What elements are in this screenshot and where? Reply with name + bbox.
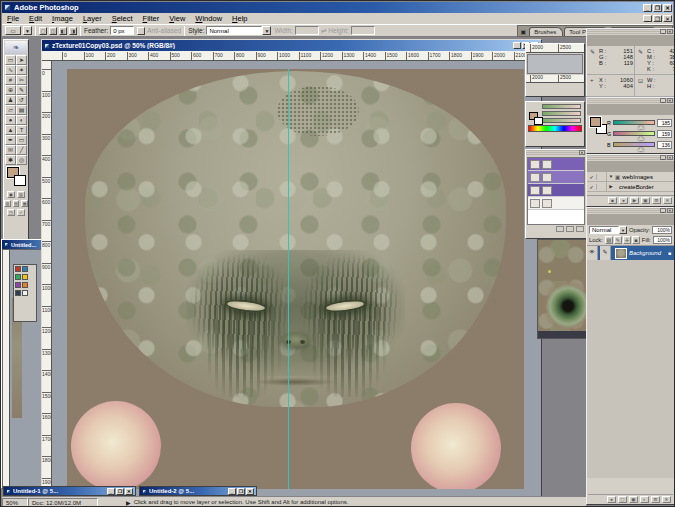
- narrow-canvas[interactable]: [10, 250, 43, 487]
- toolbox-button[interactable]: ✓: [17, 209, 25, 216]
- style-select[interactable]: Normal: [206, 26, 262, 35]
- color-swatch[interactable]: [22, 282, 28, 288]
- app-titlebar[interactable]: Adobe Photoshop _❐✕: [2, 2, 673, 13]
- width-input[interactable]: [295, 26, 319, 35]
- blend-mode-arrow-icon[interactable]: ▼: [619, 226, 627, 234]
- lock-toggle-3[interactable]: ■: [632, 236, 640, 244]
- gradient-tool[interactable]: ▤: [16, 105, 27, 115]
- document-window[interactable]: zTexture01Copy03.psd @ 50% (RGB/8#) _❐✕ …: [41, 39, 542, 496]
- mini-background-swatch[interactable]: [534, 117, 543, 125]
- actions-button-3[interactable]: ▣: [641, 197, 650, 204]
- mini-slider[interactable]: [542, 104, 581, 109]
- palette-button[interactable]: [576, 226, 584, 232]
- menu-layer[interactable]: Layer: [78, 14, 107, 23]
- mini-slider[interactable]: [542, 118, 581, 123]
- menu-select[interactable]: Select: [107, 14, 138, 23]
- action-row-webImages[interactable]: ✓▼▣webImages: [587, 172, 674, 182]
- selection-mode-3[interactable]: ◨: [69, 27, 77, 35]
- action-checkbox[interactable]: ✓: [587, 174, 597, 180]
- doc-control-0[interactable]: _: [513, 42, 521, 49]
- lock-toggle-0[interactable]: ▨: [605, 236, 613, 244]
- action-checkbox[interactable]: ✓: [587, 184, 597, 190]
- slider-value[interactable]: 159: [657, 130, 672, 138]
- document-titlebar[interactable]: zTexture01Copy03.psd @ 50% (RGB/8#) _❐✕: [42, 40, 541, 51]
- mini-swatches-palette[interactable]: [13, 264, 37, 322]
- crop-tool[interactable]: #: [5, 75, 16, 85]
- menu-window[interactable]: Window: [190, 14, 227, 23]
- slider-value[interactable]: 136: [657, 141, 672, 149]
- clone-stamp-tool[interactable]: ♟: [5, 95, 16, 105]
- actions-button-1[interactable]: ●: [619, 197, 628, 204]
- background-document-fragment[interactable]: 20002500 20002500: [525, 43, 585, 97]
- vertical-guide[interactable]: [288, 69, 289, 489]
- close-icon[interactable]: ✕: [667, 29, 673, 34]
- layers-button-5[interactable]: ✕: [662, 496, 671, 503]
- mini-palette-row[interactable]: [528, 158, 584, 171]
- menu-file[interactable]: File: [2, 14, 24, 23]
- window-control-2[interactable]: ✕: [663, 4, 672, 12]
- layer-name[interactable]: Background: [629, 250, 661, 256]
- slider-thumb-icon[interactable]: [638, 147, 644, 151]
- layers-button-3[interactable]: ◐: [640, 496, 649, 503]
- slider-thumb-icon[interactable]: [638, 136, 644, 140]
- actions-button-5[interactable]: ✕: [663, 197, 672, 204]
- mini-spectrum-bar[interactable]: [528, 125, 582, 132]
- menu-view[interactable]: View: [164, 14, 190, 23]
- floating-color-palette[interactable]: [525, 101, 585, 147]
- antialiased-checkbox[interactable]: [137, 27, 145, 35]
- mini-slider[interactable]: [542, 111, 581, 116]
- tool-preset-arrow-icon[interactable]: ▼: [23, 26, 32, 35]
- mdi-control-0[interactable]: _: [643, 15, 652, 22]
- close-icon[interactable]: ✕: [667, 155, 673, 160]
- slice-tool[interactable]: ✂: [16, 75, 27, 85]
- lock-toggle-2[interactable]: ✛: [623, 236, 631, 244]
- link-dimensions-icon[interactable]: ⇄: [321, 27, 326, 35]
- window-control-0[interactable]: _: [643, 4, 652, 12]
- document-size-indicator[interactable]: Doc: 12.0M/12.0M: [28, 498, 98, 507]
- minimized-window-untitled-2[interactable]: Untitled-2 @ 5... _❐✕: [139, 486, 257, 496]
- color-swatch[interactable]: [15, 282, 21, 288]
- path-selection-tool[interactable]: ▲: [5, 125, 16, 135]
- color-swatch[interactable]: [22, 274, 28, 280]
- slider-value[interactable]: 185: [657, 119, 672, 127]
- minimize-icon[interactable]: _: [660, 208, 666, 213]
- layers-button-0[interactable]: ●: [607, 496, 616, 503]
- expander-icon[interactable]: ▼: [607, 174, 615, 179]
- notes-tool[interactable]: ✉: [5, 145, 16, 155]
- color-swatch[interactable]: [22, 290, 28, 296]
- healing-brush-tool[interactable]: ⊕: [5, 85, 16, 95]
- minimized-window-untitled-1[interactable]: Untitled-1 @ 5... _❐✕: [3, 486, 136, 496]
- zoom-level-field[interactable]: 50%: [2, 498, 28, 507]
- color-swatch[interactable]: [15, 290, 21, 296]
- type-tool[interactable]: T: [16, 125, 27, 135]
- feather-input[interactable]: 0 px: [110, 26, 134, 35]
- slider-thumb-icon[interactable]: [638, 125, 644, 129]
- palette-button[interactable]: [566, 226, 574, 232]
- mini2-control-1[interactable]: ❐: [237, 488, 245, 495]
- selection-mode-2[interactable]: ◧: [59, 27, 67, 35]
- shape-tool[interactable]: ▭: [16, 135, 27, 145]
- color-swatch[interactable]: [22, 266, 28, 272]
- color-swatch[interactable]: [15, 266, 21, 272]
- palette-grip[interactable]: ✕: [526, 150, 586, 156]
- palette-button[interactable]: [556, 226, 564, 232]
- fill-value[interactable]: 100%: [653, 236, 672, 244]
- mini-palette-row[interactable]: [528, 197, 584, 210]
- minimize-icon[interactable]: _: [660, 98, 666, 103]
- toolbox-button[interactable]: ▤: [13, 200, 20, 207]
- toolbox-button[interactable]: ▦: [21, 200, 28, 207]
- eraser-tool[interactable]: ▱: [5, 105, 16, 115]
- expander-icon[interactable]: ▶: [607, 184, 615, 189]
- menu-edit[interactable]: Edit: [24, 14, 47, 23]
- vertical-ruler[interactable]: 0100200300400500600700800900100011001200…: [42, 61, 52, 496]
- tool-preset-picker[interactable]: ▭: [5, 26, 21, 35]
- close-icon[interactable]: ✕: [667, 208, 673, 213]
- layers-button-4[interactable]: ⊞: [651, 496, 660, 503]
- close-icon[interactable]: ✕: [579, 150, 585, 155]
- mini2-control-2[interactable]: ✕: [246, 488, 254, 495]
- magic-wand-tool[interactable]: ✶: [16, 65, 27, 75]
- layer-row-background[interactable]: 👁 ✎ Background ■: [587, 246, 674, 260]
- narrow-window-titlebar[interactable]: Untitled...: [2, 240, 44, 249]
- hand-tool[interactable]: ✱: [5, 155, 16, 165]
- menu-help[interactable]: Help: [227, 14, 252, 23]
